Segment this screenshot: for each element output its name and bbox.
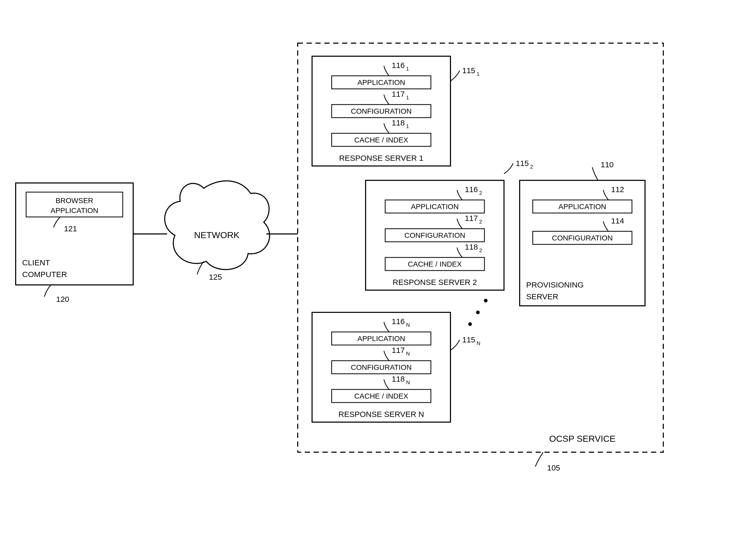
rs2-application-label: APPLICATION xyxy=(411,203,459,211)
response-server-n: APPLICATION 116 N CONFIGURATION 117 N CA… xyxy=(312,312,480,422)
leader-118-1 xyxy=(384,123,389,133)
rsn-title: RESPONSE SERVER N xyxy=(339,410,424,418)
leader-117-n xyxy=(384,351,389,361)
cloud-outline xyxy=(165,181,270,269)
ref-115-2-sub: 2 xyxy=(530,164,533,170)
leader-114 xyxy=(603,222,608,231)
ref-105: 105 xyxy=(547,463,560,472)
ref-115-n-sub: N xyxy=(477,340,480,346)
leader-116-1 xyxy=(384,66,389,76)
rs1-cache-label: CACHE / INDEX xyxy=(354,136,408,144)
leader-112 xyxy=(603,190,608,200)
network-cloud: NETWORK 125 xyxy=(165,181,270,281)
ref-117-2-sub: 2 xyxy=(479,219,482,225)
rs2-cache-label: CACHE / INDEX xyxy=(408,260,462,268)
leader-105 xyxy=(535,452,543,467)
leader-120 xyxy=(44,285,51,297)
ref-112: 112 xyxy=(611,185,624,194)
leader-117-1 xyxy=(384,95,389,105)
rs1-title: RESPONSE SERVER 1 xyxy=(339,154,423,162)
browser-line2: APPLICATION xyxy=(51,206,98,214)
diagram-canvas: OCSP SERVICE 105 BROWSER APPLICATION 121… xyxy=(0,0,756,557)
client-title-line2: COMPUTER xyxy=(22,270,67,278)
ref-115-1: 115 xyxy=(462,66,475,75)
ref-115-n: 115 xyxy=(462,335,475,344)
client-computer-block: BROWSER APPLICATION 121 CLIENT COMPUTER … xyxy=(16,183,133,303)
ref-116-1: 116 xyxy=(392,61,405,69)
response-server-2: APPLICATION 116 2 CONFIGURATION 117 2 CA… xyxy=(366,159,533,290)
ellipsis-dot xyxy=(476,311,480,314)
prov-application-label: APPLICATION xyxy=(558,203,606,211)
ref-115-1-sub: 1 xyxy=(477,71,479,77)
network-label: NETWORK xyxy=(194,230,240,240)
ref-110: 110 xyxy=(601,160,614,169)
rsn-application-label: APPLICATION xyxy=(357,334,405,343)
leader-116-n xyxy=(384,322,389,332)
ref-118-2: 118 xyxy=(465,242,478,251)
rsn-configuration-label: CONFIGURATION xyxy=(351,363,412,372)
ref-117-2: 117 xyxy=(465,214,478,223)
browser-line1: BROWSER xyxy=(56,197,93,205)
ref-117-n: 117 xyxy=(392,346,405,354)
leader-121 xyxy=(54,217,60,227)
rs1-configuration-label: CONFIGURATION xyxy=(351,107,412,115)
rs2-title: RESPONSE SERVER 2 xyxy=(393,278,477,287)
prov-configuration-label: CONFIGURATION xyxy=(552,234,613,242)
client-title-line1: CLIENT xyxy=(22,258,50,267)
leader-115-n xyxy=(450,340,460,350)
ref-118-1-sub: 1 xyxy=(406,123,409,129)
ellipsis-dot xyxy=(484,299,487,302)
rs2-configuration-label: CONFIGURATION xyxy=(405,231,465,239)
ocsp-service-label: OCSP SERVICE xyxy=(549,434,616,444)
ref-118-1: 118 xyxy=(392,118,405,127)
ref-118-2-sub: 2 xyxy=(479,247,482,253)
leader-116-2 xyxy=(457,190,462,200)
response-server-1: APPLICATION 116 1 CONFIGURATION 117 1 CA… xyxy=(312,56,479,166)
rsn-cache-label: CACHE / INDEX xyxy=(354,392,408,400)
ref-121: 121 xyxy=(64,224,77,233)
ref-115-2: 115 xyxy=(516,159,529,168)
ref-118-n-sub: N xyxy=(406,380,410,385)
ref-116-2-sub: 2 xyxy=(479,190,482,196)
ref-117-n-sub: N xyxy=(406,351,410,356)
ref-117-1: 117 xyxy=(392,90,405,98)
leader-110 xyxy=(592,167,598,180)
ref-120: 120 xyxy=(56,295,69,303)
ellipsis-dot xyxy=(468,322,472,326)
rs1-application-label: APPLICATION xyxy=(357,79,405,87)
leader-118-2 xyxy=(457,247,462,258)
ref-118-n: 118 xyxy=(392,375,405,383)
ref-125: 125 xyxy=(209,273,222,281)
provisioning-server: APPLICATION 112 CONFIGURATION 114 PROVIS… xyxy=(520,160,645,306)
ref-116-2: 116 xyxy=(465,185,478,194)
ref-117-1-sub: 1 xyxy=(406,95,409,100)
prov-title-line2: SERVER xyxy=(526,292,558,301)
leader-118-n xyxy=(384,380,389,389)
leader-115-1 xyxy=(450,70,460,81)
ref-116-n: 116 xyxy=(392,317,405,326)
leader-117-2 xyxy=(457,219,462,229)
prov-title-line1: PROVISIONING xyxy=(526,281,584,289)
ref-116-1-sub: 1 xyxy=(406,66,409,71)
leader-115-2 xyxy=(504,164,513,174)
ref-114: 114 xyxy=(611,216,624,225)
ref-116-n-sub: N xyxy=(406,322,410,328)
